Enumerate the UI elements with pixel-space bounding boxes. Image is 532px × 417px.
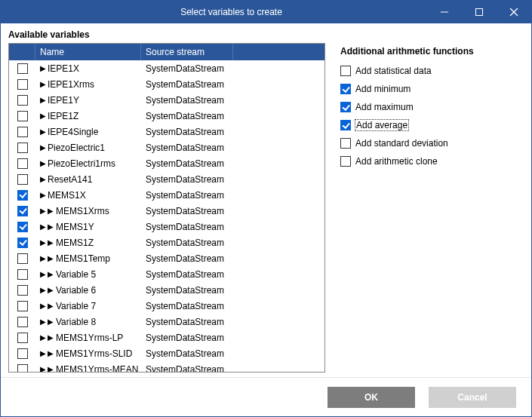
row-checkbox[interactable] [17, 285, 28, 296]
function-row[interactable]: Add average [340, 117, 524, 133]
table-row[interactable]: ▶▶MEMS1Yrms-MEANSystemDataStream [9, 361, 324, 372]
row-source: SystemDataStream [146, 222, 224, 232]
expand-icon[interactable]: ▶ [40, 238, 46, 247]
function-row[interactable]: Add statistical data [340, 63, 524, 79]
expand-icon[interactable]: ▶ [40, 143, 46, 152]
function-checkbox[interactable] [340, 84, 351, 94]
expand-icon[interactable]: ▶ [40, 112, 46, 120]
expand-icon[interactable]: ▶ [48, 270, 54, 278]
row-checkbox[interactable] [17, 333, 28, 343]
expand-icon[interactable]: ▶ [48, 254, 54, 262]
expand-icon[interactable]: ▶ [48, 333, 54, 342]
row-checkbox[interactable] [17, 174, 28, 185]
column-header-source[interactable]: Source stream [141, 44, 233, 60]
maximize-button[interactable] [462, 1, 497, 23]
row-checkbox[interactable] [17, 63, 28, 74]
table-row[interactable]: ▶▶Variable 5SystemDataStream [9, 266, 324, 282]
table-row[interactable]: ▶PiezoElectric1SystemDataStream [9, 140, 324, 155]
expand-icon[interactable]: ▶ [40, 222, 46, 231]
close-button[interactable] [497, 1, 531, 23]
column-header-checkbox[interactable] [9, 44, 35, 60]
table-row[interactable]: ▶▶MEMS1ZSystemDataStream [9, 235, 324, 250]
table-row[interactable]: ▶MEMS1XSystemDataStream [9, 187, 324, 203]
function-label: Add statistical data [355, 66, 432, 76]
expand-icon[interactable]: ▶ [40, 349, 46, 357]
table-row[interactable]: ▶▶Variable 8SystemDataStream [9, 314, 324, 330]
table-row[interactable]: ▶IEPE1ZSystemDataStream [9, 108, 324, 124]
table-row[interactable]: ▶IEPE1XSystemDataStream [9, 60, 324, 76]
row-name: Variable 8 [56, 317, 96, 327]
expand-icon[interactable]: ▶ [40, 365, 46, 372]
expand-icon[interactable]: ▶ [40, 127, 46, 136]
table-row[interactable]: ▶ResetA141SystemDataStream [9, 171, 324, 187]
function-checkbox[interactable] [340, 138, 351, 149]
table-row[interactable]: ▶PiezoElectri1rmsSystemDataStream [9, 155, 324, 171]
table-row[interactable]: ▶IEPE1YSystemDataStream [9, 92, 324, 108]
function-row[interactable]: Add arithmetic clone [340, 153, 524, 170]
expand-icon[interactable]: ▶ [48, 317, 54, 326]
expand-icon[interactable]: ▶ [40, 191, 46, 199]
table-row[interactable]: ▶▶MEMS1YSystemDataStream [9, 219, 324, 235]
row-source: SystemDataStream [146, 158, 224, 169]
table-row[interactable]: ▶▶MEMS1Yrms-LPSystemDataStream [9, 330, 324, 345]
column-header-name[interactable]: Name [35, 44, 141, 60]
row-checkbox[interactable] [17, 206, 28, 216]
function-row[interactable]: Add maximum [340, 99, 524, 115]
function-row[interactable]: Add standard deviation [340, 135, 524, 152]
row-source: SystemDataStream [146, 317, 224, 327]
row-checkbox[interactable] [17, 190, 28, 201]
row-checkbox[interactable] [17, 222, 28, 232]
function-checkbox[interactable] [340, 120, 351, 130]
expand-icon[interactable]: ▶ [40, 80, 46, 88]
table-row[interactable]: ▶▶MEMS1Yrms-SLIDSystemDataStream [9, 345, 324, 361]
minimize-button[interactable] [427, 1, 462, 23]
row-checkbox[interactable] [17, 317, 28, 327]
function-checkbox[interactable] [340, 156, 351, 167]
table-row[interactable]: ▶▶Variable 6SystemDataStream [9, 282, 324, 298]
expand-icon[interactable]: ▶ [40, 175, 46, 183]
table-row[interactable]: ▶▶MEMS1XrmsSystemDataStream [9, 203, 324, 219]
expand-icon[interactable]: ▶ [48, 365, 54, 372]
expand-icon[interactable]: ▶ [48, 222, 54, 231]
expand-icon[interactable]: ▶ [40, 286, 46, 294]
expand-icon[interactable]: ▶ [48, 286, 54, 294]
function-checkbox[interactable] [340, 66, 351, 76]
function-checkbox[interactable] [340, 102, 351, 112]
row-checkbox[interactable] [17, 111, 28, 121]
expand-icon[interactable]: ▶ [40, 159, 46, 167]
row-checkbox[interactable] [17, 238, 28, 248]
table-row[interactable]: ▶IEPE1XrmsSystemDataStream [9, 76, 324, 92]
row-name: Variable 7 [56, 301, 96, 311]
row-name: MEMS1Y [56, 222, 94, 232]
table-row[interactable]: ▶IEPE4SingleSystemDataStream [9, 124, 324, 140]
expand-icon[interactable]: ▶ [48, 302, 54, 310]
row-checkbox[interactable] [17, 127, 28, 137]
row-checkbox[interactable] [17, 364, 28, 373]
expand-icon[interactable]: ▶ [40, 302, 46, 310]
expand-icon[interactable]: ▶ [40, 254, 46, 262]
expand-icon[interactable]: ▶ [48, 207, 54, 215]
expand-icon[interactable]: ▶ [48, 349, 54, 357]
ok-button[interactable]: OK [328, 387, 415, 408]
row-checkbox[interactable] [17, 79, 28, 90]
expand-icon[interactable]: ▶ [40, 317, 46, 326]
row-checkbox[interactable] [17, 301, 28, 311]
row-checkbox[interactable] [17, 143, 28, 153]
row-checkbox[interactable] [17, 95, 28, 106]
row-checkbox[interactable] [17, 269, 28, 280]
expand-icon[interactable]: ▶ [40, 96, 46, 104]
expand-icon[interactable]: ▶ [40, 64, 46, 72]
function-label: Add standard deviation [355, 138, 448, 149]
function-row[interactable]: Add minimum [340, 81, 524, 97]
grid-body[interactable]: ▶IEPE1XSystemDataStream▶IEPE1XrmsSystemD… [9, 60, 324, 372]
expand-icon[interactable]: ▶ [48, 238, 54, 247]
expand-icon[interactable]: ▶ [40, 207, 46, 215]
expand-icon[interactable]: ▶ [40, 270, 46, 278]
row-checkbox[interactable] [17, 158, 28, 169]
row-checkbox[interactable] [17, 253, 28, 264]
expand-icon[interactable]: ▶ [40, 333, 46, 342]
table-row[interactable]: ▶▶MEMS1TempSystemDataStream [9, 250, 324, 266]
row-checkbox[interactable] [17, 348, 28, 359]
cancel-button[interactable]: Cancel [429, 387, 516, 408]
table-row[interactable]: ▶▶Variable 7SystemDataStream [9, 298, 324, 314]
